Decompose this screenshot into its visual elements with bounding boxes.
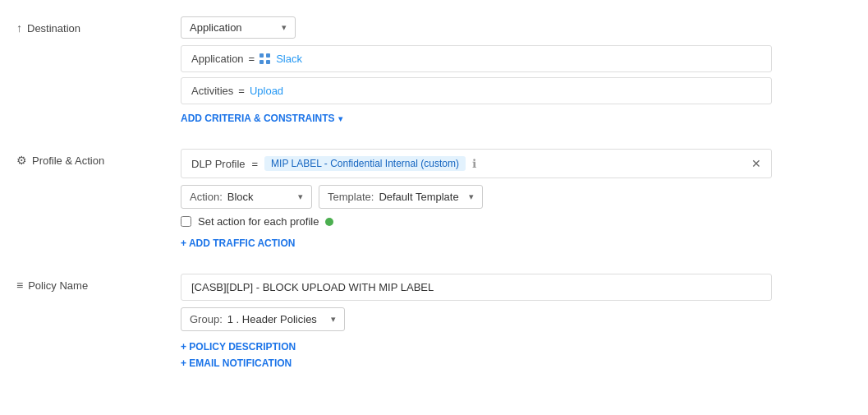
add-traffic-action-link[interactable]: + ADD TRAFFIC ACTION [181, 237, 295, 249]
group-arrow: ▾ [331, 314, 336, 325]
application-row-equals: = [249, 53, 255, 65]
policy-name-section: ≡ Policy Name Group: 1 . Header Policies… [16, 265, 852, 369]
activities-row-value[interactable]: Upload [250, 85, 283, 97]
destination-text: Destination [27, 22, 80, 35]
add-criteria-chevron: ▾ [338, 114, 342, 123]
dlp-profile-equals: = [252, 158, 259, 170]
action-value: Block [227, 191, 254, 203]
policy-links: + POLICY DESCRIPTION + EMAIL NOTIFICATIO… [181, 338, 852, 369]
destination-section: ↑ Destination Application ▾ Application … [16, 8, 852, 124]
policy-name-input[interactable] [181, 274, 772, 301]
dlp-info-button[interactable]: ℹ [472, 157, 476, 170]
set-action-checkbox[interactable] [181, 216, 191, 227]
application-dropdown-arrow: ▾ [282, 22, 287, 33]
template-value: Default Template [379, 191, 458, 203]
dlp-profile-value: MIP LABEL - Confidential Internal (custo… [264, 156, 466, 171]
green-status-dot [325, 218, 333, 226]
policy-name-label-container: ≡ Policy Name [16, 274, 181, 292]
dlp-profile-label: DLP Profile [191, 158, 246, 170]
profile-action-content: DLP Profile = MIP LABEL - Confidential I… [181, 149, 852, 249]
template-select[interactable]: Template: Default Template ▾ [319, 185, 483, 209]
profile-action-text: Profile & Action [32, 154, 104, 167]
action-arrow: ▾ [298, 191, 303, 202]
template-prefix: Template: [328, 191, 374, 203]
profile-action-label: ⚙ Profile & Action [16, 149, 181, 167]
email-notification-link[interactable]: + EMAIL NOTIFICATION [181, 357, 852, 369]
action-template-row: Action: Block ▾ Template: Default Templa… [181, 185, 772, 209]
policy-name-content: Group: 1 . Header Policies ▾ + POLICY DE… [181, 274, 852, 369]
application-row-label: Application [191, 53, 244, 65]
policy-name-text: Policy Name [28, 279, 88, 292]
activities-row-equals: = [238, 85, 245, 97]
destination-label: ↑ Destination [16, 16, 181, 35]
slack-grid-icon [259, 53, 271, 65]
action-select[interactable]: Action: Block ▾ [181, 185, 312, 209]
dlp-profile-row: DLP Profile = MIP LABEL - Confidential I… [181, 149, 772, 178]
template-arrow: ▾ [469, 191, 474, 202]
activities-row: Activities = Upload [181, 77, 772, 104]
policy-name-icon: ≡ [16, 279, 23, 292]
dlp-close-button[interactable]: ✕ [751, 157, 761, 170]
destination-icon: ↑ [16, 21, 22, 35]
set-action-label: Set action for each profile [198, 215, 319, 228]
action-prefix: Action: [190, 191, 223, 203]
group-value: 1 . Header Policies [227, 313, 317, 325]
application-dropdown[interactable]: Application ▾ [181, 16, 296, 39]
group-prefix: Group: [190, 313, 223, 325]
application-dropdown-value: Application [190, 21, 242, 34]
profile-action-icon: ⚙ [16, 154, 27, 167]
activities-row-label: Activities [191, 85, 233, 97]
policy-description-link[interactable]: + POLICY DESCRIPTION [181, 341, 852, 353]
application-row: Application = Slack [181, 45, 772, 72]
add-criteria-text: ADD CRITERIA & CONSTRAINTS [181, 113, 335, 124]
destination-content: Application ▾ Application = Slack Activi… [181, 16, 852, 124]
add-criteria-link[interactable]: ADD CRITERIA & CONSTRAINTS ▾ [181, 113, 342, 124]
group-select[interactable]: Group: 1 . Header Policies ▾ [181, 307, 345, 331]
application-row-value: Slack [276, 53, 302, 65]
set-action-checkbox-row: Set action for each profile [181, 215, 852, 228]
profile-action-section: ⚙ Profile & Action DLP Profile = MIP LAB… [16, 141, 852, 249]
